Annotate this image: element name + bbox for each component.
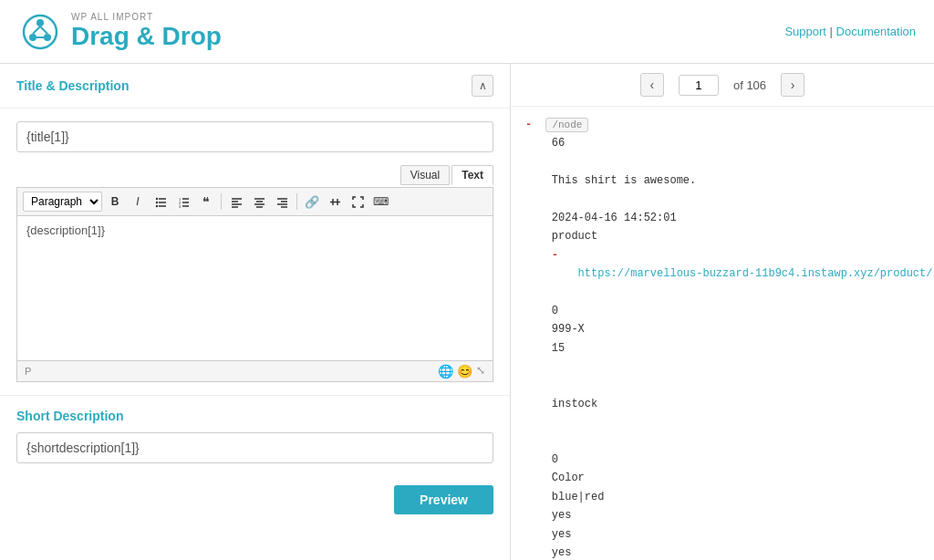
logo-text-area: WP ALL IMPORT Drag & Drop <box>71 12 222 51</box>
svg-line-5 <box>40 26 47 34</box>
description-value: {description[1]} <box>26 223 105 237</box>
logo-icon <box>18 10 62 54</box>
xml-line: 15 <box>525 339 919 358</box>
short-description-input[interactable] <box>16 432 493 463</box>
editor-footer: P 🌐 😊 ⤡ <box>16 361 493 382</box>
xml-line: 0 <box>525 302 919 320</box>
title-input[interactable] <box>16 121 493 152</box>
page-total: of 106 <box>733 78 766 92</box>
xml-nav: ‹ of 106 › <box>511 64 934 107</box>
editor-tabs: Visual Text <box>16 165 493 185</box>
documentation-link[interactable]: Documentation <box>836 25 916 38</box>
align-left-button[interactable] <box>226 192 246 212</box>
page-input[interactable] <box>679 75 719 96</box>
xml-line: This shirt is awesome. <box>525 171 919 190</box>
short-description-section: Short Description <box>0 395 510 476</box>
align-center-button[interactable] <box>249 192 269 212</box>
xml-line <box>525 413 919 431</box>
wp-all-import-logo <box>22 14 58 50</box>
toolbar-sep-2 <box>296 193 297 210</box>
keyboard-button[interactable]: ⌨ <box>370 192 390 212</box>
svg-text:3: 3 <box>179 203 182 208</box>
svg-point-11 <box>155 201 157 202</box>
bold-button[interactable]: B <box>105 192 125 212</box>
prev-page-button[interactable]: ‹ <box>640 73 664 97</box>
xml-line <box>525 191 919 209</box>
app-title: Drag & Drop <box>71 22 222 51</box>
editor-paragraph-label: P <box>25 366 31 377</box>
svg-point-12 <box>155 204 157 206</box>
xml-line: yes <box>525 506 919 524</box>
xml-line: 2024-04-16 14:52:01 <box>525 209 919 227</box>
resize-icon[interactable]: ⤡ <box>476 364 485 379</box>
xml-line: yes <box>525 525 919 544</box>
xml-line <box>525 376 919 394</box>
toolbar-sep-1 <box>221 193 222 210</box>
xml-line: product <box>525 227 919 245</box>
link-button[interactable]: 🔗 <box>302 192 322 212</box>
svg-line-4 <box>33 26 40 34</box>
quote-button[interactable]: ❝ <box>196 192 216 212</box>
xml-line: blue|red <box>525 488 919 506</box>
xml-line: - /node <box>525 116 919 134</box>
xml-line: 66 <box>525 134 919 152</box>
ul-button[interactable] <box>150 192 171 212</box>
xml-line <box>525 284 919 302</box>
xml-line: 0 <box>525 451 919 469</box>
app-name: WP ALL IMPORT <box>71 12 222 22</box>
xml-line: 999-X <box>525 320 919 338</box>
preview-btn-area: Preview <box>0 476 510 524</box>
xml-line: Color <box>525 469 919 487</box>
xml-line <box>525 432 919 451</box>
top-bar: WP ALL IMPORT Drag & Drop Support | Docu… <box>0 0 934 64</box>
xml-content: - /node 66 </span>Sofiyy T-Shirt<span cl… <box>511 107 934 560</box>
main-content: Title & Description ∧ Visual Text Paragr… <box>0 64 934 560</box>
logo-area: WP ALL IMPORT Drag & Drop <box>18 10 222 54</box>
svg-point-10 <box>155 197 157 199</box>
top-links: Support | Documentation <box>784 25 916 38</box>
support-link[interactable]: Support <box>784 25 826 38</box>
xml-line: yes <box>525 544 919 560</box>
right-panel: ‹ of 106 › - /node 66 </span>Sofiyy T-Sh… <box>511 64 934 560</box>
hr-button[interactable] <box>325 192 345 212</box>
ol-button[interactable]: 123 <box>173 192 193 212</box>
next-page-button[interactable]: › <box>781 73 804 97</box>
title-description-header: Title & Description ∧ <box>0 64 510 109</box>
tab-text[interactable]: Text <box>451 165 493 185</box>
xml-line: instock <box>525 395 919 413</box>
section-title: Title & Description <box>16 78 129 93</box>
editor-toolbar: Paragraph B I 123 ❝ <box>16 187 493 215</box>
xml-line <box>525 358 919 376</box>
collapse-button[interactable]: ∧ <box>472 75 493 97</box>
short-description-title: Short Description <box>16 409 493 423</box>
editor-footer-icons: 🌐 😊 ⤡ <box>438 364 485 379</box>
preview-button[interactable]: Preview <box>394 485 493 514</box>
editor-area[interactable]: {description[1]} <box>16 215 493 361</box>
format-select[interactable]: Paragraph <box>23 192 102 212</box>
fullscreen-button[interactable] <box>348 192 368 212</box>
svg-point-1 <box>36 19 44 26</box>
xml-line: https://marvellous-buzzard-11b9c4.instaw… <box>525 264 919 283</box>
align-right-button[interactable] <box>272 192 292 212</box>
xml-line: - <box>525 246 919 264</box>
tab-visual[interactable]: Visual <box>400 165 450 185</box>
emoji-icon[interactable]: 🌐 <box>438 364 453 379</box>
xml-line: </span>Sofiyy T-Shirt<span class="xml-ta… <box>525 153 919 171</box>
italic-button[interactable]: I <box>128 192 148 212</box>
face-icon[interactable]: 😊 <box>457 364 472 379</box>
left-panel: Title & Description ∧ Visual Text Paragr… <box>0 64 511 560</box>
section-body: Visual Text Paragraph B I 123 ❝ <box>0 109 510 395</box>
